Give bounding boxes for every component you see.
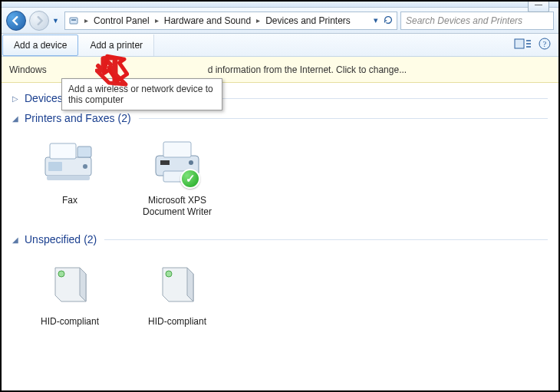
add-device-button[interactable]: Add a device	[2, 35, 78, 56]
nav-history-dropdown[interactable]: ▼	[52, 17, 61, 25]
svg-point-17	[166, 271, 172, 277]
generic-device-icon	[39, 256, 100, 311]
group-count: (2)	[84, 233, 97, 245]
chevron-right-icon: ▸	[82, 16, 91, 25]
group-divider	[104, 239, 548, 240]
svg-rect-14	[160, 160, 170, 165]
item-label: Fax	[62, 195, 77, 206]
nav-back-button[interactable]	[6, 11, 26, 31]
tooltip-text: Add a wireless or network device to this…	[68, 84, 213, 105]
svg-point-15	[189, 160, 193, 165]
view-options-button[interactable]	[514, 38, 532, 52]
group-items-unspecified: HID-compliant HID-compliant	[12, 249, 548, 338]
chevron-down-icon: ◢	[12, 236, 21, 244]
minimize-button[interactable]: —	[528, 0, 549, 12]
breadcrumb-item[interactable]: Devices and Printers	[264, 15, 352, 26]
svg-rect-8	[48, 162, 62, 171]
command-toolbar: Add a device Add a printer ?	[2, 34, 558, 57]
svg-point-16	[58, 271, 64, 277]
breadcrumb-dropdown[interactable]: ▾	[374, 15, 378, 25]
breadcrumb-item[interactable]: Control Panel	[92, 15, 151, 26]
svg-rect-7	[77, 147, 91, 157]
help-button[interactable]: ?	[539, 38, 551, 52]
device-item-fax[interactable]: Fax	[28, 135, 112, 218]
svg-rect-6	[50, 143, 76, 159]
item-label: Microsoft XPS Document Writer	[135, 195, 219, 218]
device-item-xps[interactable]: ✓ Microsoft XPS Document Writer	[135, 135, 219, 218]
group-name: Devices	[25, 92, 63, 104]
search-placeholder: Search Devices and Printers	[406, 15, 522, 26]
item-label: HID-compliant	[41, 316, 99, 328]
printer-icon: ✓	[147, 135, 208, 190]
nav-forward-button[interactable]	[29, 11, 49, 31]
svg-text:?: ?	[543, 40, 547, 48]
fax-icon	[39, 135, 100, 190]
address-bar: ▼ ▸ Control Panel ▸ Hardware and Sound ▸…	[2, 8, 558, 34]
default-check-icon: ✓	[180, 169, 200, 189]
add-device-label: Add a device	[14, 40, 67, 51]
group-header-unspecified[interactable]: ◢ Unspecified (2)	[12, 229, 548, 249]
svg-rect-12	[163, 142, 191, 157]
svg-point-9	[83, 164, 87, 169]
tooltip: Add a wireless or network device to this…	[61, 78, 222, 110]
chevron-down-icon: ◢	[12, 114, 21, 123]
infobar-suffix: d information from the Internet. Click t…	[208, 64, 407, 75]
refresh-button[interactable]	[383, 15, 394, 27]
group-items-printers: Fax ✓ Microsoft XPS Document Writer	[12, 127, 548, 229]
svg-rect-2	[515, 39, 524, 48]
chevron-right-icon: ▸	[153, 16, 161, 25]
device-item-hid[interactable]: HID-compliant	[28, 256, 112, 328]
group-name: Unspecified	[25, 233, 81, 245]
breadcrumb-item[interactable]: Hardware and Sound	[163, 15, 252, 26]
group-name: Printers and Faxes	[25, 112, 115, 124]
group-divider	[139, 118, 548, 119]
window-titlebar: —	[2, 2, 558, 8]
chevron-right-icon: ▸	[254, 16, 262, 25]
item-label: HID-compliant	[148, 316, 206, 328]
svg-rect-1	[71, 19, 76, 21]
breadcrumb[interactable]: ▸ Control Panel ▸ Hardware and Sound ▸ D…	[64, 12, 397, 30]
add-printer-button[interactable]: Add a printer	[79, 35, 154, 56]
location-icon	[68, 15, 81, 27]
add-printer-label: Add a printer	[90, 40, 143, 51]
generic-device-icon	[147, 256, 208, 311]
chevron-right-icon: ▷	[12, 94, 21, 103]
group-count: (2)	[118, 112, 131, 124]
search-input[interactable]: Search Devices and Printers	[400, 12, 554, 30]
svg-rect-10	[47, 176, 90, 180]
infobar-prefix: Windows	[9, 64, 47, 75]
content-area: ▷ Devices (5) ◢ Printers and Faxes (2) F…	[2, 83, 558, 343]
device-item-hid[interactable]: HID-compliant	[135, 256, 219, 328]
